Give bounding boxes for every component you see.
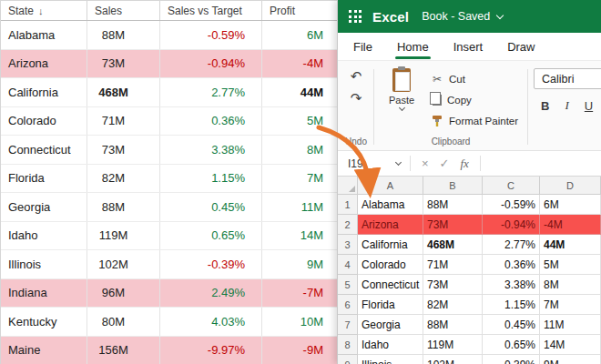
- table-row[interactable]: Alabama88M-0.59%6M: [1, 21, 337, 50]
- profit-cell: 10M: [262, 308, 338, 336]
- cell-c[interactable]: 3.38%: [483, 275, 540, 295]
- row-header[interactable]: 3: [338, 235, 358, 255]
- waffle-menu-icon[interactable]: [349, 10, 362, 23]
- formula-input[interactable]: [486, 151, 601, 176]
- tab-insert[interactable]: Insert: [453, 33, 484, 60]
- row-header[interactable]: 2: [338, 215, 358, 235]
- cell-d[interactable]: 8M: [540, 275, 601, 295]
- tab-file[interactable]: File: [353, 33, 372, 60]
- column-header-c[interactable]: C: [483, 177, 540, 195]
- svt-cell: -0.94%: [160, 50, 262, 78]
- row-header[interactable]: 6: [338, 295, 358, 315]
- cell-b[interactable]: 73M: [423, 275, 483, 295]
- cell-c[interactable]: 1.15%: [483, 295, 540, 315]
- enter-check-icon[interactable]: ✓: [434, 157, 455, 170]
- sales-cell: 102M: [87, 250, 160, 278]
- cell-c[interactable]: 0.36%: [483, 255, 540, 275]
- cell-b[interactable]: 119M: [423, 335, 483, 355]
- select-all-corner[interactable]: [338, 177, 358, 195]
- cell-b[interactable]: 82M: [423, 295, 483, 315]
- tab-home[interactable]: Home: [397, 33, 429, 60]
- copy-button[interactable]: Copy: [427, 89, 522, 110]
- cell-d[interactable]: 7M: [540, 295, 601, 315]
- table-row[interactable]: Connecticut73M3.38%8M: [1, 136, 337, 165]
- bold-button[interactable]: B: [541, 98, 549, 113]
- row-header[interactable]: 4: [338, 255, 358, 275]
- cancel-icon[interactable]: ×: [416, 157, 434, 170]
- cell-a[interactable]: Idaho: [358, 335, 423, 355]
- italic-button[interactable]: I: [565, 98, 568, 113]
- paste-button[interactable]: Paste: [380, 66, 423, 136]
- cell-c[interactable]: 2.77%: [483, 235, 540, 255]
- cell-c[interactable]: 0.65%: [483, 335, 540, 355]
- row-header[interactable]: 8: [338, 335, 358, 355]
- profit-cell: -7M: [262, 279, 338, 308]
- column-header-a[interactable]: A: [358, 177, 423, 195]
- column-header-d[interactable]: D: [540, 177, 601, 195]
- table-row[interactable]: Arizona73M-0.94%-4M: [1, 50, 337, 79]
- cell-a[interactable]: Georgia: [358, 315, 423, 335]
- cell-c[interactable]: -0.39%: [483, 355, 540, 364]
- tab-draw[interactable]: Draw: [507, 33, 535, 60]
- cell-d[interactable]: 5M: [540, 255, 601, 275]
- cell-a[interactable]: Connecticut: [358, 275, 423, 295]
- cell-b[interactable]: 88M: [423, 195, 483, 215]
- clipboard-icon: [392, 68, 411, 92]
- cell-d[interactable]: -4M: [540, 215, 601, 235]
- clipboard-group-label: Clipboard: [380, 136, 522, 150]
- cell-a[interactable]: Colorado: [358, 255, 423, 275]
- table-row[interactable]: Colorado71M0.36%5M: [1, 107, 337, 136]
- undo-group: ↶ ↷ Undo: [344, 66, 368, 150]
- cell-d[interactable]: 11M: [540, 315, 601, 335]
- cell-b[interactable]: 88M: [423, 315, 483, 335]
- font-group: Calibri B I U: [534, 66, 601, 150]
- table-row[interactable]: Georgia88M0.45%11M: [1, 193, 337, 222]
- table-row[interactable]: Florida82M1.15%7M: [1, 165, 337, 194]
- state-cell: Georgia: [1, 193, 87, 221]
- cut-button[interactable]: ✂ Cut: [427, 68, 522, 89]
- undo-button[interactable]: ↶: [344, 66, 368, 87]
- insert-function-icon[interactable]: fx: [455, 157, 474, 171]
- cell-a[interactable]: Florida: [358, 295, 423, 315]
- row-header[interactable]: 7: [338, 315, 358, 335]
- cell-c[interactable]: -0.94%: [483, 215, 540, 235]
- column-header-sales[interactable]: Sales: [87, 1, 160, 20]
- row-header[interactable]: 1: [338, 195, 358, 215]
- cell-a[interactable]: Illinois: [358, 355, 423, 364]
- cell-c[interactable]: -0.59%: [483, 195, 540, 215]
- document-name-button[interactable]: Book - Saved: [422, 10, 503, 23]
- cell-b[interactable]: 71M: [423, 255, 483, 275]
- cell-d[interactable]: 6M: [540, 195, 601, 215]
- cell-a[interactable]: California: [358, 235, 423, 255]
- row-header[interactable]: 5: [338, 275, 358, 295]
- sales-cell: 82M: [87, 165, 160, 193]
- underline-button[interactable]: U: [585, 98, 593, 113]
- cell-c[interactable]: 0.45%: [483, 315, 540, 335]
- redo-button[interactable]: ↷: [344, 87, 368, 109]
- sort-descending-icon[interactable]: ↓: [38, 5, 44, 16]
- table-row[interactable]: Illinois102M-0.39%9M: [1, 250, 337, 279]
- table-row[interactable]: Idaho119M0.65%14M: [1, 222, 337, 251]
- cell-d[interactable]: 9M: [540, 355, 601, 364]
- format-painter-button[interactable]: Format Painter: [427, 110, 522, 131]
- cell-a[interactable]: Arizona: [358, 215, 423, 235]
- font-name-select[interactable]: Calibri: [534, 68, 601, 89]
- grid-body: 1Alabama88M-0.59%6M2Arizona73M-0.94%-4M3…: [338, 195, 601, 364]
- name-box[interactable]: I19: [348, 157, 404, 170]
- cell-b[interactable]: 468M: [423, 235, 483, 255]
- cell-b[interactable]: 73M: [423, 215, 483, 235]
- cell-a[interactable]: Alabama: [358, 195, 423, 215]
- column-header-sales-vs-target[interactable]: Sales vs Target: [160, 1, 262, 20]
- svt-cell: 2.77%: [160, 78, 262, 106]
- cell-b[interactable]: 102M: [423, 355, 483, 364]
- cell-d[interactable]: 44M: [540, 235, 601, 255]
- column-header-b[interactable]: B: [423, 177, 483, 195]
- table-row[interactable]: Indiana96M2.49%-7M: [1, 279, 337, 308]
- table-row[interactable]: Maine156M-9.97%-9M: [1, 337, 337, 364]
- row-header[interactable]: 9: [338, 355, 358, 364]
- table-row[interactable]: Kentucky80M4.03%10M: [1, 308, 337, 337]
- cell-d[interactable]: 14M: [540, 335, 601, 355]
- column-header-state[interactable]: State ↓: [1, 1, 87, 20]
- column-header-profit[interactable]: Profit: [262, 1, 338, 20]
- table-row[interactable]: California468M2.77%44M: [1, 78, 337, 107]
